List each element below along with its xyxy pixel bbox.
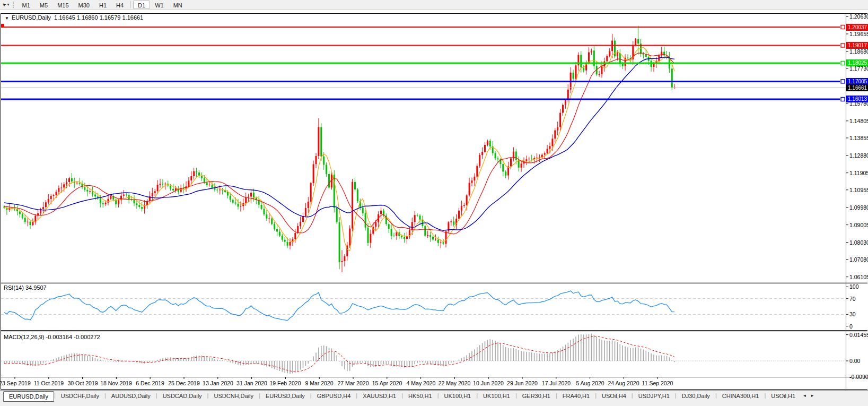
chart-tab-hk50-h1[interactable]: HK50,H1 — [403, 391, 437, 401]
hline-right-marker[interactable] — [841, 44, 845, 47]
moving-average-30 — [4, 57, 674, 231]
date-axis-label: 31 Jan 2020 — [233, 380, 270, 386]
tab-scroll-left-icon[interactable]: ◂ — [801, 393, 809, 398]
current-price-badge: 1.16661 — [846, 84, 868, 91]
chart-tab-usdcad-daily[interactable]: USDCAD,Daily — [157, 391, 207, 401]
hline-right-marker[interactable] — [841, 25, 845, 29]
date-axis-label: 27 Mar 2020 — [335, 380, 372, 386]
rsi-label: RSI(14) 34.9507 — [4, 284, 47, 291]
price-scale-tick-label: 1.19655 — [849, 31, 868, 37]
rsi-scale-label: 30 — [849, 311, 856, 317]
date-axis-label: 18 Nov 2019 — [98, 380, 135, 386]
date-axis-label: 4 May 2020 — [402, 380, 440, 386]
chart-tab-eurusd-daily[interactable]: EURUSD,Daily — [260, 391, 310, 401]
hline-right-marker[interactable] — [841, 80, 845, 83]
date-axis-label: 5 Aug 2020 — [572, 380, 609, 386]
price-scale-tick-label: 1.14805 — [849, 118, 868, 124]
hline-price-badge: 1.19017 — [846, 42, 868, 49]
chart-tab-usdcnh-daily[interactable]: USDCNH,Daily — [208, 391, 259, 401]
price-scale-tick-label: 1.12880 — [849, 152, 868, 159]
chart-tab-usdchf-daily[interactable]: USDCHF,Daily — [56, 391, 104, 401]
chart-tab-uk100-h1[interactable]: UK100,H1 — [478, 391, 515, 401]
chart-tab-bar: EURUSD,Daily|USDCHF,Daily|AUDUSD,Daily|U… — [0, 390, 868, 406]
chart-title: ▼EURUSD,Daily 1.16645 1.16860 1.16579 1.… — [5, 14, 143, 21]
bear-candle-wicks — [4, 26, 672, 270]
date-axis-label: 30 Oct 2019 — [64, 380, 101, 386]
rsi-scale-label: 100 — [849, 283, 859, 290]
hline-right-marker[interactable] — [841, 62, 845, 65]
price-scale-tick-label: 1.11905 — [849, 170, 868, 176]
rsi-line — [4, 291, 674, 321]
macd-histogram — [4, 334, 674, 374]
date-axis-label: 23 Sep 2019 — [0, 380, 33, 386]
date-axis-label: 24 Aug 2020 — [605, 380, 642, 386]
price-scale-tick-label: 1.18680 — [849, 48, 868, 55]
rsi-value: 34.9507 — [25, 284, 47, 291]
chart-tab-eurusd-daily[interactable]: EURUSD,Daily — [3, 391, 54, 402]
chart-symbol: EURUSD,Daily — [12, 14, 51, 21]
chart-tab-fra40-h1[interactable]: FRA40,H1 — [557, 391, 595, 401]
chart-tab-xauusd-h1[interactable]: XAUUSD,H1 — [357, 391, 401, 401]
tab-scroll-right-icon[interactable]: ▸ — [809, 393, 817, 398]
chart-tab-china300-h1[interactable]: CHINA300,H1 — [717, 391, 765, 401]
date-axis-label: 17 Jul 2020 — [538, 380, 575, 386]
date-axis-label: 25 Dec 2019 — [165, 380, 203, 386]
hline-price-badge: 1.16013 — [846, 96, 868, 102]
date-axis-label: 19 Feb 2020 — [267, 380, 304, 386]
hline-left-marker[interactable] — [1, 24, 4, 27]
date-axis-label: 9 Mar 2020 — [301, 380, 338, 386]
price-scale-tick-label: 1.09005 — [849, 222, 868, 228]
price-scale-tick-label: 1.20630 — [849, 13, 868, 20]
chart-title-dropdown-icon[interactable]: ▼ — [5, 16, 9, 21]
macd-scale-label: -0.009001 — [849, 374, 868, 380]
macd-signal-line — [4, 336, 674, 372]
moving-average-13 — [4, 53, 674, 234]
price-scale-tick-label: 1.06105 — [849, 274, 868, 280]
macd-values: -0.003164 -0.000272 — [46, 334, 100, 340]
chart-tab-usdjpy-h1[interactable]: USDJPY,H1 — [633, 391, 675, 401]
date-axis-label: 29 Jun 2020 — [504, 380, 541, 386]
macd-scale-label: 0.014556 — [849, 332, 868, 338]
date-axis-label: 6 Dec 2019 — [131, 380, 169, 386]
price-scale-tick-label: 1.07080 — [849, 256, 868, 263]
rsi-pane — [1, 291, 846, 321]
chart-tab-ger30-h1[interactable]: GER30,H1 — [517, 391, 556, 401]
macd-scale-label: 0.00 — [849, 358, 860, 364]
rsi-name: RSI(14) — [4, 284, 24, 291]
macd-name: MACD(12,26,9) — [4, 334, 44, 340]
chart-tab-usoil-h1[interactable]: USOil,H1 — [766, 391, 801, 401]
hline-price-badge: 1.20037 — [846, 24, 868, 31]
price-scale-tick-label: 1.10955 — [849, 187, 868, 193]
price-scale-tick-label: 1.13855 — [849, 135, 868, 141]
date-axis-label: 11 Oct 2019 — [30, 380, 67, 386]
date-axis-label: 15 Apr 2020 — [369, 380, 406, 386]
chart-tab-usoil-h4[interactable]: USOil,H4 — [597, 391, 632, 401]
terminal-window: ➤ ▾ M1M5M15M30H1H4 D1W1MN ▼EURUSD,Daily … — [0, 0, 868, 406]
chart-tab-dj30-daily[interactable]: DJ30,Daily — [677, 391, 715, 401]
bear-candle-bodies — [4, 39, 673, 262]
rsi-scale-label: 0 — [849, 323, 853, 330]
price-scale-tick-label: 1.09980 — [849, 204, 868, 211]
date-axis-label: 11 Sep 2020 — [639, 380, 676, 386]
macd-pane — [1, 334, 846, 374]
bull-candle-bodies — [8, 39, 675, 262]
rsi-scale-label: 70 — [849, 296, 856, 302]
date-axis-label: 10 Jun 2020 — [470, 380, 507, 386]
hline-right-marker[interactable] — [841, 98, 845, 101]
bull-candle-wicks — [10, 34, 674, 272]
date-axis-label: 13 Jan 2020 — [199, 380, 236, 386]
price-scale-tick-label: 1.08030 — [849, 239, 868, 246]
chart-ohlc-quote: 1.16645 1.16860 1.16579 1.16661 — [54, 14, 143, 21]
date-axis-label: 22 May 2020 — [436, 380, 473, 386]
hline-price-badge: 1.18025 — [846, 59, 868, 66]
chart-tab-uk100-h1[interactable]: UK100,H1 — [439, 391, 476, 401]
chart-tab-audusd-daily[interactable]: AUDUSD,Daily — [106, 391, 156, 401]
chart-canvas — [0, 0, 868, 406]
macd-label: MACD(12,26,9) -0.003164 -0.000272 — [4, 334, 100, 340]
chart-tab-gbpusd-h4[interactable]: GBPUSD,H4 — [312, 391, 356, 401]
